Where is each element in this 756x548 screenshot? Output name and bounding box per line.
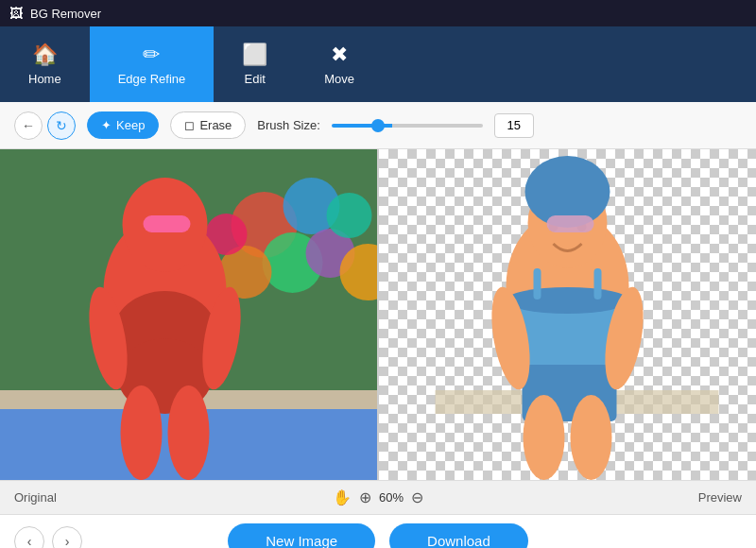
nav-item-move[interactable]: ✖ Move [296,26,383,102]
erase-button[interactable]: ◻ Erase [170,111,246,139]
nav-label-edge-refine: Edge Refine [118,72,186,86]
nav-item-home[interactable]: 🏠 Home [0,26,90,102]
redo-button[interactable]: ↻ [47,111,76,140]
nav-next-button[interactable]: › [52,526,82,549]
status-bar-inner: Original ✋ ⊕ 60% ⊖ Preview [14,490,742,505]
edge-refine-icon: ✏ [143,43,160,67]
nav-label-home: Home [28,72,61,86]
svg-point-29 [571,395,612,480]
brush-size-input[interactable]: 15 [494,113,534,138]
zoom-in-button[interactable]: ⊕ [359,490,371,505]
svg-point-17 [121,385,163,480]
zoom-controls: ✋ ⊕ 60% ⊖ [333,488,423,506]
status-bar: Original ✋ ⊕ 60% ⊖ Preview [0,480,756,514]
svg-point-18 [168,385,210,480]
original-label: Original [14,490,57,505]
undo-button[interactable]: ← [14,111,43,140]
image-area [0,149,756,480]
svg-point-24 [507,287,629,314]
erase-label: Erase [199,118,232,132]
original-image [0,149,377,480]
keep-button[interactable]: ✦ Keep [87,111,159,139]
nav-item-edit[interactable]: ⬜ Edit [214,26,296,102]
app-title: BG Remover [30,7,101,21]
svg-rect-33 [547,215,594,232]
brush-size-label: Brush Size: [257,118,319,132]
home-icon: 🏠 [32,43,58,67]
toolbar: ← ↻ ✦ Keep ◻ Erase Brush Size: 15 [0,102,756,149]
keep-label: Keep [116,118,145,132]
title-bar: 🖼 BG Remover [0,0,756,26]
nav-item-edge-refine[interactable]: ✏ Edge Refine [90,26,215,102]
svg-point-6 [327,193,372,238]
move-icon: ✖ [331,43,348,67]
app-icon: 🖼 [9,6,23,21]
keep-icon: ✦ [101,118,112,132]
nav-prev-button[interactable]: ‹ [14,526,44,549]
hand-icon: ✋ [333,488,352,506]
preview-image [379,149,756,480]
preview-label: Preview [698,490,742,505]
svg-point-28 [524,395,565,480]
nav-bar: 🏠 Home ✏ Edge Refine ⬜ Edit ✖ Move [0,26,756,102]
brush-size-slider[interactable] [332,124,483,128]
undo-redo-group: ← ↻ [14,111,76,140]
preview-panel [379,149,756,480]
action-bar: ‹ › New Image Download [0,514,756,548]
erase-icon: ◻ [184,118,195,132]
download-button[interactable]: Download [389,523,528,548]
nav-label-edit: Edit [245,72,266,86]
edit-icon: ⬜ [242,43,267,67]
new-image-button[interactable]: New Image [228,523,375,548]
zoom-out-button[interactable]: ⊖ [411,490,423,505]
nav-label-move: Move [324,72,354,86]
zoom-level: 60% [379,490,404,505]
original-panel [0,149,379,480]
svg-rect-19 [144,215,191,232]
